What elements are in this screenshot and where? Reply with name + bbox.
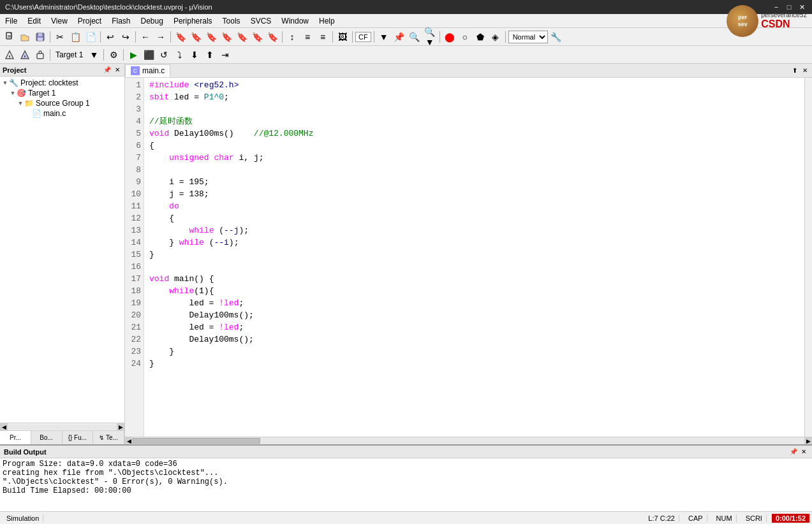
status-caps: CAP bbox=[684, 514, 707, 522]
menu-file[interactable]: File bbox=[0, 14, 22, 27]
tb-debug-step-button[interactable]: ⬟ bbox=[473, 30, 487, 44]
tb-bookmark7-button[interactable]: 🔖 bbox=[265, 30, 279, 44]
tb-bookmark2-button[interactable]: 🔖 bbox=[189, 30, 203, 44]
tb-paste-button[interactable]: 📄 bbox=[84, 30, 98, 44]
build-panel-pin-button[interactable]: 📌 bbox=[789, 448, 798, 456]
username-label: perseverance52 bbox=[761, 11, 807, 18]
left-scroll-right-arrow[interactable]: ▶ bbox=[117, 423, 124, 431]
tb-bookmark-button[interactable]: 🔖 bbox=[173, 30, 188, 44]
menu-project[interactable]: Project bbox=[73, 14, 107, 27]
editor-vscroll[interactable] bbox=[804, 78, 812, 437]
tb-bookmark3-button[interactable]: 🔖 bbox=[204, 30, 218, 44]
tb-copy-button[interactable]: 📋 bbox=[68, 30, 82, 44]
editor-hscroll-left[interactable]: ◀ bbox=[125, 437, 133, 444]
menu-view[interactable]: View bbox=[46, 14, 73, 27]
tree-item-target[interactable]: ▼ 🎯 Target 1 bbox=[1, 88, 123, 98]
project-panel-controls: 📌 ✕ bbox=[103, 66, 122, 75]
tb-unindent-button[interactable]: ≡ bbox=[300, 30, 314, 44]
proj-tab-books[interactable]: Bo... bbox=[31, 431, 63, 444]
menu-help[interactable]: Help bbox=[314, 14, 340, 27]
tb2-build-button[interactable] bbox=[3, 48, 17, 62]
code-line-15: } bbox=[149, 249, 799, 261]
menu-peripherals[interactable]: Peripherals bbox=[168, 14, 218, 27]
tb-save-button[interactable] bbox=[33, 30, 47, 44]
title-text: C:\Users\Administrator\Desktop\testclock… bbox=[5, 3, 212, 11]
tree-label-project: Project: clocktest bbox=[20, 78, 78, 87]
tb2-step-over-button[interactable]: ⤵ bbox=[172, 48, 186, 62]
tb-forward-button[interactable]: → bbox=[154, 30, 168, 44]
tb2-step-out-button[interactable]: ⬆ bbox=[203, 48, 217, 62]
project-panel-close-button[interactable]: ✕ bbox=[113, 66, 122, 75]
code-content[interactable]: #include <reg52.h>sbit led = P1^0; //延时函… bbox=[144, 78, 804, 437]
tb2-debug-start-button[interactable]: ▶ bbox=[126, 48, 140, 62]
target-select-button[interactable]: ▼ bbox=[87, 48, 101, 62]
tb-insert-button[interactable]: 🖼 bbox=[336, 30, 350, 44]
tb2-step-into-button[interactable]: ⬇ bbox=[188, 48, 202, 62]
project-icon: 🔧 bbox=[9, 78, 18, 87]
tree-item-project[interactable]: ▼ 🔧 Project: clocktest bbox=[1, 78, 123, 88]
status-position: L:7 C:22 bbox=[644, 514, 679, 522]
tb-redo-button[interactable]: ↪ bbox=[119, 30, 133, 44]
editor-pin-button[interactable]: ⬆ bbox=[790, 66, 799, 75]
code-line-6: { bbox=[149, 140, 799, 152]
tb-cut-button[interactable]: ✂ bbox=[53, 30, 67, 44]
tb-pin-button[interactable]: 📌 bbox=[392, 30, 406, 44]
tb-bookmark4-button[interactable]: 🔖 bbox=[219, 30, 233, 44]
tree-item-main-c[interactable]: 📄 main.c bbox=[1, 108, 123, 119]
tb-debug-step2-button[interactable]: ◈ bbox=[489, 30, 503, 44]
build-output-header: Build Output 📌 ✕ bbox=[0, 446, 812, 458]
left-scroll-track[interactable] bbox=[8, 425, 117, 430]
proj-tab-project[interactable]: Pr... bbox=[0, 431, 31, 444]
editor-hscroll-track[interactable] bbox=[133, 437, 804, 444]
toolbar-1: ✂ 📋 📄 ↩ ↪ ← → 🔖 🔖 🔖 🔖 🔖 🔖 🔖 ↕ ≡ ≡ 🖼 CF ▼… bbox=[0, 28, 812, 46]
tb-separator-8 bbox=[374, 31, 374, 43]
tb-search2-button[interactable]: 🔍▼ bbox=[423, 30, 437, 44]
tb2-sep1 bbox=[50, 49, 50, 61]
editor-tab-icon: C bbox=[131, 66, 140, 75]
left-scroll-left-arrow[interactable]: ◀ bbox=[0, 423, 8, 431]
tb2-rebuild-button[interactable] bbox=[18, 48, 32, 62]
menu-edit[interactable]: Edit bbox=[22, 14, 46, 27]
tb-debug-run-button[interactable]: ○ bbox=[458, 30, 472, 44]
tb2-clean-button[interactable] bbox=[33, 48, 47, 62]
tb-search-button[interactable]: 🔍 bbox=[408, 30, 422, 44]
code-line-5: void Delay100ms() //@12.000MHz bbox=[149, 127, 799, 140]
menu-debug[interactable]: Debug bbox=[136, 14, 168, 27]
proj-tab-templates[interactable]: ↯ Te... bbox=[93, 431, 124, 444]
status-simulation: Simulation bbox=[3, 514, 43, 522]
editor-tab-main-c[interactable]: C main.c bbox=[125, 64, 170, 77]
tb-separator-2 bbox=[100, 31, 101, 43]
tb-view-combo[interactable]: Normal bbox=[508, 31, 548, 43]
code-line-23: } bbox=[149, 346, 799, 358]
project-panel: Project 📌 ✕ ▼ 🔧 Project: clocktest ▼ 🎯 T… bbox=[0, 64, 125, 444]
tb2-reset-button[interactable]: ↺ bbox=[157, 48, 171, 62]
build-panel-close-button[interactable]: ✕ bbox=[799, 448, 808, 456]
tb2-stop-button[interactable]: ⬛ bbox=[142, 48, 156, 62]
tb-back-button[interactable]: ← bbox=[138, 30, 152, 44]
tree-item-source-group[interactable]: ▼ 📁 Source Group 1 bbox=[1, 98, 123, 108]
tb-undo-button[interactable]: ↩ bbox=[103, 30, 117, 44]
svg-rect-5 bbox=[9, 55, 10, 57]
tb-new-button[interactable] bbox=[3, 30, 17, 44]
tb-bookmark6-button[interactable]: 🔖 bbox=[250, 30, 264, 44]
editor-tab-controls: ⬆ ✕ bbox=[790, 66, 812, 75]
tb-tools-button[interactable]: 🔧 bbox=[549, 30, 563, 44]
tb2-run-cursor-button[interactable]: ⇥ bbox=[218, 48, 232, 62]
menu-svcs[interactable]: SVCS bbox=[246, 14, 277, 27]
proj-tab-functions[interactable]: {} Fu... bbox=[63, 431, 94, 444]
menu-tools[interactable]: Tools bbox=[218, 14, 246, 27]
project-panel-pin-button[interactable]: 📌 bbox=[103, 66, 112, 75]
title-bar: C:\Users\Administrator\Desktop\testclock… bbox=[0, 0, 812, 14]
tb-search-down-button[interactable]: ▼ bbox=[377, 30, 391, 44]
editor-hscroll-right[interactable]: ▶ bbox=[804, 437, 812, 444]
tb2-options-button[interactable]: ⚙ bbox=[107, 48, 121, 62]
menu-flash[interactable]: Flash bbox=[107, 14, 135, 27]
editor-close-button[interactable]: ✕ bbox=[801, 66, 809, 75]
menu-window[interactable]: Window bbox=[276, 14, 314, 27]
tb-bookmark5-button[interactable]: 🔖 bbox=[235, 30, 249, 44]
tb-open-button[interactable] bbox=[18, 30, 32, 44]
tb-indent-button[interactable]: ↕ bbox=[285, 30, 299, 44]
code-line-10: j = 138; bbox=[149, 188, 799, 200]
tb-debug-stop-button[interactable]: ⬤ bbox=[443, 30, 457, 44]
tb-format-button[interactable]: ≡ bbox=[316, 30, 330, 44]
